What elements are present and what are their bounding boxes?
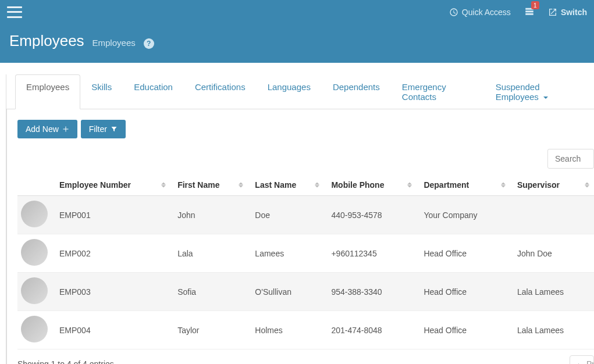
cell-supv: John Doe bbox=[510, 234, 594, 273]
cell-mobile: +960112345 bbox=[324, 234, 417, 273]
help-icon[interactable]: ? bbox=[144, 38, 154, 49]
cell-supv: Lala Lamees bbox=[510, 311, 594, 349]
tab-skills[interactable]: Skills bbox=[80, 74, 123, 109]
quick-access-link[interactable]: Quick Access bbox=[449, 8, 511, 17]
avatar bbox=[21, 277, 48, 304]
sort-icon bbox=[239, 183, 243, 188]
sort-icon bbox=[407, 183, 412, 188]
plus-icon bbox=[62, 126, 69, 133]
previous-page-button[interactable]: ← Previous bbox=[570, 355, 594, 364]
clock-icon bbox=[449, 8, 458, 17]
switch-label: Switch bbox=[561, 8, 587, 17]
tabs-nav: Employees Skills Education Certification… bbox=[6, 74, 594, 109]
search-row bbox=[17, 149, 594, 169]
sort-icon bbox=[161, 183, 166, 188]
table-row[interactable]: EMP002LalaLamees+960112345Head OfficeJoh… bbox=[17, 234, 594, 273]
cell-last: Doe bbox=[248, 196, 324, 234]
tab-content: Add New Filter Employee NumberFirst Name… bbox=[6, 109, 594, 364]
quick-access-label: Quick Access bbox=[462, 8, 511, 17]
employees-table: Employee NumberFirst NameLast NameMobile… bbox=[17, 174, 594, 349]
avatar bbox=[21, 201, 48, 227]
cell-first: Lala bbox=[170, 234, 248, 273]
cell-emp_no: EMP004 bbox=[52, 311, 170, 349]
table-footer: Showing 1 to 4 of 4 entries ← Previous bbox=[17, 355, 594, 364]
avatar-column-header bbox=[17, 174, 52, 196]
col-first-name[interactable]: First Name bbox=[170, 174, 248, 196]
sort-icon bbox=[585, 183, 589, 188]
tab-certifications[interactable]: Certifications bbox=[184, 74, 257, 109]
add-new-label: Add New bbox=[26, 124, 59, 134]
table-row[interactable]: EMP004TaylorHolmes201-474-8048Head Offic… bbox=[17, 311, 594, 349]
cell-emp_no: EMP003 bbox=[52, 273, 170, 311]
tab-education[interactable]: Education bbox=[123, 74, 184, 109]
breadcrumb: Employees bbox=[93, 38, 136, 48]
action-button-row: Add New Filter bbox=[17, 120, 594, 138]
tab-emergency-contacts[interactable]: Emergency Contacts bbox=[391, 74, 485, 109]
search-input[interactable] bbox=[547, 149, 594, 169]
avatar-cell bbox=[17, 234, 52, 273]
col-employee-number[interactable]: Employee Number bbox=[52, 174, 170, 196]
table-row[interactable]: EMP003SofiaO'Sullivan954-388-3340Head Of… bbox=[17, 273, 594, 311]
sort-icon bbox=[315, 183, 319, 188]
cell-dept: Head Office bbox=[417, 234, 510, 273]
cell-first: John bbox=[170, 196, 248, 234]
tab-employees[interactable]: Employees bbox=[15, 74, 80, 109]
avatar-cell bbox=[17, 311, 52, 349]
tab-dependents[interactable]: Dependents bbox=[322, 74, 391, 109]
cell-mobile: 440-953-4578 bbox=[324, 196, 417, 234]
page-header: Employees Employees ? bbox=[0, 24, 594, 63]
cell-emp_no: EMP001 bbox=[52, 196, 170, 234]
col-supervisor[interactable]: Supervisor bbox=[510, 174, 594, 196]
cell-dept: Head Office bbox=[417, 311, 510, 349]
filter-icon bbox=[111, 126, 118, 133]
filter-button[interactable]: Filter bbox=[81, 120, 126, 138]
cell-supv bbox=[510, 196, 594, 234]
tab-suspended-employees[interactable]: Suspended Employees bbox=[485, 74, 594, 109]
external-link-icon bbox=[548, 8, 557, 17]
cell-last: Lamees bbox=[248, 234, 324, 273]
cell-first: Taylor bbox=[170, 311, 248, 349]
avatar-cell bbox=[17, 196, 52, 234]
avatar bbox=[21, 316, 48, 342]
col-last-name[interactable]: Last Name bbox=[248, 174, 324, 196]
col-department[interactable]: Department bbox=[417, 174, 510, 196]
cell-first: Sofia bbox=[170, 273, 248, 311]
cell-last: Holmes bbox=[248, 311, 324, 349]
add-new-button[interactable]: Add New bbox=[17, 120, 77, 138]
cell-mobile: 201-474-8048 bbox=[324, 311, 417, 349]
chevron-down-icon bbox=[543, 97, 548, 99]
cell-dept: Your Company bbox=[417, 196, 510, 234]
table-row[interactable]: EMP001JohnDoe440-953-4578Your Company bbox=[17, 196, 594, 234]
cell-emp_no: EMP002 bbox=[52, 234, 170, 273]
page-title: Employees bbox=[9, 32, 84, 50]
cell-dept: Head Office bbox=[417, 273, 510, 311]
topbar-right: Quick Access 1 Switch bbox=[449, 6, 587, 18]
avatar-cell bbox=[17, 273, 52, 311]
avatar bbox=[21, 239, 48, 266]
notification-badge: 1 bbox=[531, 1, 539, 9]
cell-supv: Lala Lamees bbox=[510, 273, 594, 311]
sort-icon bbox=[501, 183, 506, 188]
menu-toggle-button[interactable] bbox=[7, 6, 22, 18]
notifications-button[interactable]: 1 bbox=[524, 6, 535, 18]
col-mobile-phone[interactable]: Mobile Phone bbox=[324, 174, 417, 196]
top-navbar: Quick Access 1 Switch bbox=[0, 0, 594, 24]
switch-link[interactable]: Switch bbox=[548, 8, 587, 17]
cell-mobile: 954-388-3340 bbox=[324, 273, 417, 311]
entries-info: Showing 1 to 4 of 4 entries bbox=[17, 359, 114, 364]
tab-languages[interactable]: Languages bbox=[257, 74, 322, 109]
cell-last: O'Sullivan bbox=[248, 273, 324, 311]
filter-label: Filter bbox=[89, 124, 107, 134]
